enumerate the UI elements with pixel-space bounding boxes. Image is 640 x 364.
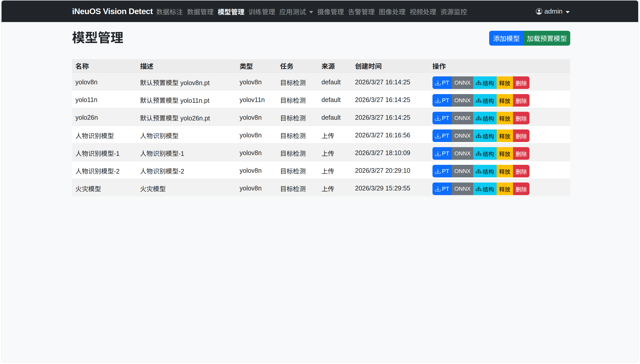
download-pt-button[interactable]: PT: [432, 112, 452, 124]
cell-model-type: yolov8n: [236, 143, 277, 161]
release-button[interactable]: 释放: [497, 76, 513, 89]
download-pt-button[interactable]: PT: [432, 76, 452, 89]
diagram-icon: [476, 80, 481, 86]
structure-button[interactable]: 结构: [473, 147, 497, 160]
download-onnx-button[interactable]: ONNX: [452, 94, 473, 107]
release-button[interactable]: 释放: [497, 129, 513, 142]
column-header-source: 来源: [318, 59, 352, 73]
cell-model-source: 上传: [318, 126, 352, 143]
page-actions: 添加模型 加载预置模型: [489, 31, 570, 46]
delete-button[interactable]: 删除: [513, 129, 529, 142]
delete-button[interactable]: 删除: [513, 147, 529, 160]
nav-item-video-processing[interactable]: 视频处理: [408, 7, 438, 16]
download-icon: [435, 115, 441, 121]
cell-model-type: yolov11n: [236, 90, 277, 108]
cell-created-time: 2026/3/27 20:29:10: [352, 161, 429, 179]
cell-created-time: 2026/3/29 15:29:55: [352, 179, 429, 196]
download-onnx-button[interactable]: ONNX: [452, 112, 473, 124]
structure-button[interactable]: 结构: [473, 76, 497, 89]
nav-item-data-management[interactable]: 数据管理: [185, 7, 216, 16]
cell-model-description: 火灾模型: [137, 179, 236, 196]
cell-model-name: 人物识别模型: [72, 126, 137, 143]
release-button[interactable]: 释放: [497, 94, 513, 107]
cell-model-description: 人物识别模型-2: [137, 161, 236, 179]
nav-item-camera-management[interactable]: 摄像管理: [315, 7, 346, 16]
structure-button[interactable]: 结构: [473, 165, 497, 177]
cell-model-task: 目标检测: [277, 143, 318, 161]
cell-model-name: yolo26n: [72, 108, 137, 126]
cell-actions: PTONNX结构释放删除: [429, 161, 570, 179]
delete-button[interactable]: 删除: [513, 183, 529, 195]
table-row: yolo26n 默认预置模型 yolo26n.pt yolov8n 目标检测 d…: [72, 108, 570, 126]
structure-button[interactable]: 结构: [473, 94, 497, 107]
column-header-actions: 操作: [429, 59, 570, 73]
cell-model-source: default: [318, 73, 352, 90]
delete-button[interactable]: 删除: [513, 165, 529, 177]
structure-button[interactable]: 结构: [473, 183, 497, 195]
model-table: 名称 描述 类型 任务 来源 创建时间 操作 yolov8n 默认预置模型 yo…: [72, 59, 570, 196]
release-button[interactable]: 释放: [497, 165, 513, 177]
download-pt-button[interactable]: PT: [432, 94, 452, 107]
download-onnx-button[interactable]: ONNX: [452, 129, 473, 142]
download-onnx-button[interactable]: ONNX: [452, 76, 473, 89]
main-content: 模型管理 添加模型 加载预置模型 名称 描述 类型 任务 来源 创建时间 操作: [72, 30, 570, 196]
row-action-group: PTONNX结构释放删除: [432, 165, 529, 177]
cell-created-time: 2026/3/27 16:14:25: [352, 73, 429, 90]
release-button[interactable]: 释放: [497, 183, 513, 195]
table-row: 人物识别模型-2 人物识别模型-2 yolov8n 目标检测 上传 2026/3…: [72, 161, 570, 179]
delete-button[interactable]: 删除: [513, 94, 529, 107]
cell-model-description: 默认预置模型 yolo26n.pt: [137, 108, 236, 126]
cell-model-description: 人物识别模型: [137, 126, 236, 143]
load-preset-model-button[interactable]: 加载预置模型: [524, 31, 570, 46]
cell-actions: PTONNX结构释放删除: [429, 90, 570, 108]
cell-model-task: 目标检测: [277, 90, 318, 108]
cell-model-task: 目标检测: [277, 126, 318, 143]
nav-item-alarm-management[interactable]: 告警管理: [346, 7, 377, 16]
cell-model-source: 上传: [318, 161, 352, 179]
delete-button[interactable]: 删除: [513, 76, 529, 89]
cell-model-type: yolov8n: [236, 179, 277, 196]
cell-model-task: 目标检测: [277, 73, 318, 90]
cell-model-type: yolov8n: [236, 108, 277, 126]
nav-item-image-processing[interactable]: 图像处理: [377, 7, 408, 16]
person-circle-icon: [536, 8, 542, 15]
cell-model-task: 目标检测: [277, 179, 318, 196]
column-header-description: 描述: [137, 59, 236, 73]
row-action-group: PTONNX结构释放删除: [432, 129, 529, 142]
cell-model-task: 目标检测: [277, 108, 318, 126]
download-onnx-button[interactable]: ONNX: [452, 147, 473, 160]
nav-item-resource-monitoring[interactable]: 资源监控: [438, 7, 469, 16]
nav-item-label: 数据标注: [156, 7, 183, 16]
user-menu[interactable]: admin: [536, 7, 570, 15]
brand-logo[interactable]: iNeuOS Vision Detect: [72, 7, 153, 16]
download-pt-button[interactable]: PT: [432, 129, 452, 142]
download-pt-button[interactable]: PT: [432, 165, 452, 177]
table-row: 火灾模型 火灾模型 yolov8n 目标检测 上传 2026/3/29 15:2…: [72, 179, 570, 196]
table-header: 名称 描述 类型 任务 来源 创建时间 操作: [72, 59, 570, 73]
cell-actions: PTONNX结构释放删除: [429, 126, 570, 143]
release-button[interactable]: 释放: [497, 147, 513, 160]
nav-item-training-management[interactable]: 训练管理: [247, 7, 277, 16]
structure-button[interactable]: 结构: [473, 112, 497, 124]
download-pt-button[interactable]: PT: [432, 147, 452, 160]
nav-item-data-annotation[interactable]: 数据标注: [154, 7, 185, 16]
cell-model-name: 人物识别模型-1: [72, 143, 137, 161]
release-button[interactable]: 释放: [497, 112, 513, 124]
nav-item-app-testing[interactable]: 应用测试: [277, 7, 315, 16]
cell-model-source: default: [318, 108, 352, 126]
cell-created-time: 2026/3/27 16:16:56: [352, 126, 429, 143]
app-window: iNeuOS Vision Detect 数据标注 数据管理 模型管理 训练管理…: [1, 0, 638, 362]
diagram-icon: [476, 168, 481, 174]
download-pt-button[interactable]: PT: [432, 183, 452, 195]
delete-button[interactable]: 删除: [513, 112, 529, 124]
cell-actions: PTONNX结构释放删除: [429, 108, 570, 126]
structure-button[interactable]: 结构: [473, 129, 497, 142]
download-onnx-button[interactable]: ONNX: [452, 183, 473, 195]
add-model-button[interactable]: 添加模型: [489, 31, 524, 46]
nav-item-label: 训练管理: [249, 7, 275, 16]
download-onnx-button[interactable]: ONNX: [452, 165, 473, 177]
column-header-name: 名称: [72, 59, 137, 73]
nav-item-model-management[interactable]: 模型管理: [216, 7, 247, 16]
cell-model-source: default: [318, 90, 352, 108]
cell-model-name: 人物识别模型-2: [72, 161, 137, 179]
